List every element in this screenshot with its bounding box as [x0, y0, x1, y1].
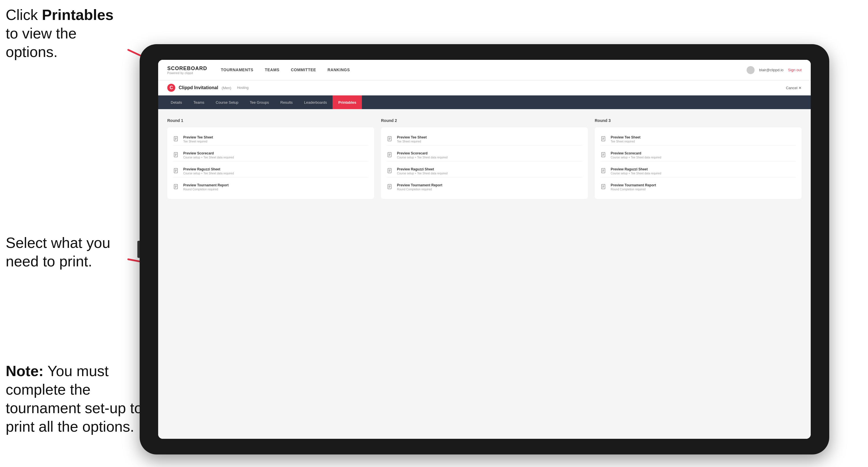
round-2-column: Round 2 Preview Tee Sheet Tee	[381, 118, 588, 199]
annotation-top: Click Printables to view the options.	[6, 6, 125, 61]
tablet-side-button	[137, 241, 140, 258]
r2-scorecard-title: Preview Scorecard	[397, 151, 447, 155]
document-icon	[387, 136, 394, 143]
user-email: blair@clippd.io	[759, 68, 783, 72]
round-1-column: Round 1 Preview Tee Sheet Tee	[167, 118, 374, 199]
r3-tee-sheet-subtitle: Tee Sheet required	[611, 140, 641, 143]
document-icon	[173, 152, 180, 159]
round-2-card: Preview Tee Sheet Tee Sheet required	[381, 127, 588, 199]
nav-tournaments[interactable]: TOURNAMENTS	[221, 66, 253, 74]
r1-tournament-report[interactable]: Preview Tournament Report Round Completi…	[173, 181, 368, 193]
r1-tee-sheet[interactable]: Preview Tee Sheet Tee Sheet required	[173, 133, 368, 146]
tab-bar: Details Teams Course Setup Tee Groups Re…	[158, 95, 811, 109]
r1-scorecard[interactable]: Preview Scorecard Course setup + Tee She…	[173, 149, 368, 161]
tab-printables[interactable]: Printables	[333, 95, 362, 109]
document-icon	[387, 152, 394, 159]
r3-raguzzi[interactable]: Preview Raguzzi Sheet Course setup + Tee…	[600, 165, 796, 178]
tablet-device: SCOREBOARD Powered by clippd TOURNAMENTS…	[140, 44, 829, 455]
nav-committee[interactable]: COMMITTEE	[291, 66, 316, 74]
r3-report-subtitle: Round Completion required	[611, 188, 656, 191]
tablet-screen: SCOREBOARD Powered by clippd TOURNAMENTS…	[158, 60, 811, 439]
tab-tee-groups[interactable]: Tee Groups	[244, 95, 275, 109]
r3-tee-sheet[interactable]: Preview Tee Sheet Tee Sheet required	[600, 133, 796, 146]
r2-scorecard[interactable]: Preview Scorecard Course setup + Tee She…	[387, 149, 582, 161]
sub-header: C Clippd Invitational (Men) Hosting Canc…	[158, 80, 811, 95]
logo-title: SCOREBOARD	[167, 65, 207, 71]
r3-scorecard[interactable]: Preview Scorecard Course setup + Tee She…	[600, 149, 796, 161]
r3-raguzzi-title: Preview Raguzzi Sheet	[611, 167, 661, 171]
top-nav-right: blair@clippd.io Sign out	[747, 66, 802, 74]
nav-teams[interactable]: TEAMS	[265, 66, 280, 74]
tab-details[interactable]: Details	[165, 95, 188, 109]
document-icon	[600, 168, 607, 175]
round-3-column: Round 3 Preview Tee Sheet Tee	[595, 118, 802, 199]
round-2-label: Round 2	[381, 118, 588, 123]
nav-rankings[interactable]: RANKINGS	[328, 66, 350, 74]
r2-tee-sheet-subtitle: Tee Sheet required	[397, 140, 427, 143]
rounds-grid: Round 1 Preview Tee Sheet Tee	[167, 118, 802, 199]
r3-scorecard-subtitle: Course setup + Tee Sheet data required	[611, 156, 661, 159]
document-icon	[600, 152, 607, 159]
r2-tee-sheet-title: Preview Tee Sheet	[397, 135, 427, 139]
r1-scorecard-title: Preview Scorecard	[183, 151, 234, 155]
r1-tee-sheet-title: Preview Tee Sheet	[183, 135, 213, 139]
tab-teams[interactable]: Teams	[188, 95, 210, 109]
document-icon	[173, 136, 180, 143]
sign-out-link[interactable]: Sign out	[788, 68, 802, 72]
r2-report-subtitle: Round Completion required	[397, 188, 442, 191]
r3-scorecard-title: Preview Scorecard	[611, 151, 661, 155]
annotation-bottom-text: Note: You must complete the tournament s…	[6, 363, 143, 435]
annotation-middle-text: Select what you need to print.	[6, 235, 110, 270]
round-3-card: Preview Tee Sheet Tee Sheet required	[595, 127, 802, 199]
r1-tee-sheet-subtitle: Tee Sheet required	[183, 140, 213, 143]
r2-raguzzi-subtitle: Course setup + Tee Sheet data required	[397, 172, 447, 175]
annotation-top-text: Click Printables to view the options.	[6, 6, 114, 60]
top-nav-links: TOURNAMENTS TEAMS COMMITTEE RANKINGS	[221, 66, 747, 74]
r1-report-title: Preview Tournament Report	[183, 183, 228, 187]
tab-results[interactable]: Results	[275, 95, 298, 109]
r3-raguzzi-subtitle: Course setup + Tee Sheet data required	[611, 172, 661, 175]
round-3-label: Round 3	[595, 118, 802, 123]
r1-raguzzi-subtitle: Course setup + Tee Sheet data required	[183, 172, 234, 175]
r3-report-title: Preview Tournament Report	[611, 183, 656, 187]
r3-tournament-report[interactable]: Preview Tournament Report Round Completi…	[600, 181, 796, 193]
r2-tournament-report[interactable]: Preview Tournament Report Round Completi…	[387, 181, 582, 193]
tab-leaderboards[interactable]: Leaderboards	[298, 95, 333, 109]
round-1-card: Preview Tee Sheet Tee Sheet required	[167, 127, 374, 199]
tab-course-setup[interactable]: Course Setup	[210, 95, 244, 109]
document-icon	[173, 184, 180, 191]
hosting-badge: Hosting	[237, 86, 249, 90]
r2-raguzzi-title: Preview Raguzzi Sheet	[397, 167, 447, 171]
clippd-logo: C	[167, 84, 175, 92]
r1-raguzzi-title: Preview Raguzzi Sheet	[183, 167, 234, 171]
r1-raguzzi[interactable]: Preview Raguzzi Sheet Course setup + Tee…	[173, 165, 368, 178]
tournament-name: Clippd Invitational	[179, 85, 218, 90]
tournament-division: (Men)	[222, 86, 231, 90]
r3-tee-sheet-title: Preview Tee Sheet	[611, 135, 641, 139]
document-icon	[387, 184, 394, 191]
r2-report-title: Preview Tournament Report	[397, 183, 442, 187]
document-icon	[600, 184, 607, 191]
scoreboard-logo: SCOREBOARD Powered by clippd	[167, 65, 207, 75]
sub-header-left: C Clippd Invitational (Men) Hosting	[167, 84, 248, 92]
top-nav: SCOREBOARD Powered by clippd TOURNAMENTS…	[158, 60, 811, 80]
cancel-button[interactable]: Cancel ✕	[786, 86, 802, 90]
annotation-middle: Select what you need to print.	[6, 234, 125, 271]
r2-raguzzi[interactable]: Preview Raguzzi Sheet Course setup + Tee…	[387, 165, 582, 178]
r1-scorecard-subtitle: Course setup + Tee Sheet data required	[183, 156, 234, 159]
r2-scorecard-subtitle: Course setup + Tee Sheet data required	[397, 156, 447, 159]
logo-subtitle: Powered by clippd	[167, 71, 207, 75]
r1-report-subtitle: Round Completion required	[183, 188, 228, 191]
round-1-label: Round 1	[167, 118, 374, 123]
avatar	[747, 66, 754, 74]
document-icon	[600, 136, 607, 143]
annotation-bottom: Note: You must complete the tournament s…	[6, 362, 143, 436]
main-content: Round 1 Preview Tee Sheet Tee	[158, 109, 811, 439]
document-icon	[173, 168, 180, 175]
document-icon	[387, 168, 394, 175]
r2-tee-sheet[interactable]: Preview Tee Sheet Tee Sheet required	[387, 133, 582, 146]
